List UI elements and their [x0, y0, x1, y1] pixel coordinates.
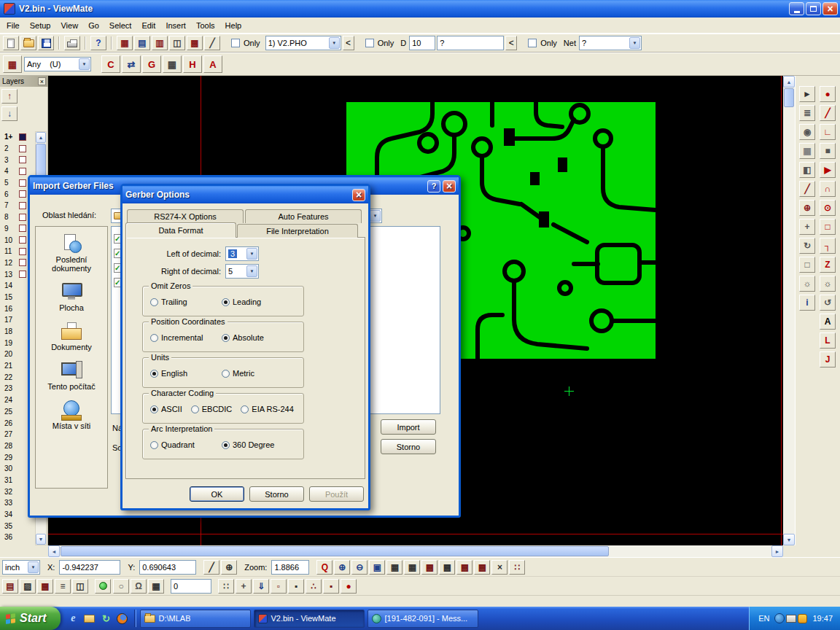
mirror-x-button[interactable]: × [491, 560, 508, 575]
radio-trailing[interactable]: Trailing [150, 298, 213, 306]
fill-mode-button[interactable]: ▦ [799, 143, 815, 159]
restore-button[interactable] [806, 2, 821, 15]
draw-line-button[interactable]: ╱ [820, 105, 836, 121]
layer-color-chip[interactable] [19, 214, 26, 221]
draw-zigzag-button[interactable]: Z [820, 257, 836, 273]
apply-button[interactable]: Použít [309, 486, 364, 502]
menu-go[interactable]: Go [83, 19, 104, 32]
layer-row-3[interactable]: 3 [1, 154, 35, 166]
lamp-button[interactable]: ○ [113, 579, 129, 594]
grid-table-alt-button[interactable]: ▦ [404, 560, 420, 575]
group-tool-button[interactable]: G [142, 55, 161, 73]
layer-color-chip[interactable] [19, 133, 26, 141]
snap-cross-button[interactable]: + [236, 579, 252, 594]
layer-pattern-button[interactable]: ▤ [2, 579, 18, 594]
tab-file-interpretation[interactable]: File Interpretation [237, 224, 358, 238]
zoom-select-button[interactable]: Q [316, 560, 332, 575]
draw-route-button[interactable]: ┐ [820, 238, 836, 254]
draw-circle-button[interactable]: ⊙ [820, 200, 836, 216]
tab-auto-features[interactable]: Auto Features [245, 209, 362, 223]
layer-color-chip[interactable] [19, 259, 26, 266]
layer-color-chip[interactable] [19, 271, 26, 278]
tab-rs274-x-options[interactable]: RS274-X Options [127, 209, 244, 223]
stripe-pattern-button[interactable]: ≡ [55, 579, 71, 594]
grid-table-button[interactable]: ▦ [386, 560, 402, 575]
drop-down-button[interactable]: ⇓ [253, 579, 269, 594]
print-button[interactable] [64, 36, 80, 50]
layer-color-chip[interactable] [19, 236, 26, 244]
zoom-window-button[interactable]: ▣ [369, 560, 385, 575]
place-tento-po-ta[interactable]: Tento počítač [38, 361, 105, 391]
draw-rect-button[interactable]: □ [820, 219, 836, 235]
radio-absolute[interactable]: Absolute [222, 333, 264, 342]
radio-eia-rs-244[interactable]: EIA RS-244 [241, 405, 293, 413]
origin-button[interactable]: ⊕ [799, 200, 815, 216]
grid-tool-button[interactable]: ▦ [163, 55, 182, 73]
close-icon[interactable] [352, 189, 365, 201]
hook-tool-button[interactable]: J [820, 351, 836, 368]
chevron-down-icon[interactable] [246, 265, 257, 277]
update-tray-icon[interactable] [798, 614, 807, 623]
radio-360-degree[interactable]: 360 Degree [222, 440, 275, 449]
count-field[interactable]: 0 [171, 579, 211, 594]
select-cursor-button[interactable]: ► [799, 86, 815, 102]
internet-explorer-icon[interactable] [67, 612, 79, 624]
tab-data-format[interactable]: Data Format [125, 222, 236, 238]
layer-stack-button[interactable]: ≣ [799, 105, 815, 121]
fill-view-button[interactable]: ▩ [187, 36, 203, 50]
label-tool-button[interactable]: L [820, 332, 836, 349]
close-button[interactable] [822, 2, 838, 15]
chevron-down-icon[interactable] [79, 58, 90, 70]
zoom-in-button[interactable]: ⊕ [334, 560, 350, 575]
clock[interactable]: 19:47 [812, 614, 833, 623]
dcode-query-field[interactable]: ? [437, 36, 504, 50]
right-decimal-select[interactable]: 5 [225, 264, 259, 279]
swap-tool-button[interactable]: ⇄ [122, 55, 141, 73]
pattern-h-button[interactable]: ▪ [323, 579, 339, 594]
rotate-button[interactable]: ↻ [799, 238, 815, 254]
chevron-down-icon[interactable] [370, 210, 381, 222]
center-target-button[interactable]: ⊕ [221, 560, 237, 575]
start-button[interactable]: Start [0, 607, 61, 630]
sync-shortcut-icon[interactable] [100, 612, 112, 624]
vertical-scrollbar[interactable] [783, 76, 795, 545]
unit-select[interactable]: inch [2, 560, 40, 575]
left-decimal-select[interactable]: 3 [225, 246, 259, 261]
scale-button[interactable]: ╱ [203, 560, 219, 575]
chevron-down-icon[interactable] [329, 37, 340, 49]
scroll-up-icon[interactable] [36, 132, 46, 143]
only-layer-checkbox[interactable] [231, 39, 240, 47]
place-plocha[interactable]: Plocha [38, 282, 105, 312]
measure-line-button[interactable]: ╱ [799, 181, 815, 197]
hatch-pattern-button[interactable]: ▨ [20, 579, 36, 594]
only-net-checkbox[interactable] [528, 39, 537, 47]
pattern-a-button[interactable]: ▩ [421, 560, 438, 575]
draw-pad-button[interactable]: ● [820, 86, 836, 102]
pattern-g-button[interactable]: ∴ [306, 579, 322, 594]
menu-tools[interactable]: Tools [191, 19, 220, 32]
rotate-ccw-button[interactable]: ↺ [820, 295, 836, 311]
pad-highlight-button[interactable]: ◉ [799, 124, 815, 140]
x-coordinate-field[interactable]: -0.942237 [59, 560, 120, 575]
gerber-dialog-titlebar[interactable]: Gerber Options [122, 186, 368, 203]
menu-insert[interactable]: Insert [160, 19, 191, 32]
layers-close-button[interactable] [38, 77, 46, 85]
task-v2-bin-viewmate[interactable]: V2.bin - ViewMate [254, 610, 365, 628]
language-indicator[interactable]: EN [758, 614, 769, 623]
chevron-down-icon[interactable] [246, 248, 257, 260]
mirror-mode-button[interactable]: ◧ [799, 162, 815, 178]
dot-matrix-button[interactable]: ∷ [509, 560, 525, 575]
radio-incremental[interactable]: Incremental [150, 333, 213, 342]
zoom-value-field[interactable]: 1.8866 [271, 560, 309, 575]
scroll-right-icon[interactable] [771, 545, 783, 557]
menu-file[interactable]: File [1, 19, 25, 32]
tool-settings-button[interactable]: ☼ [820, 276, 836, 292]
radio-ebcdic[interactable]: EBCDIC [191, 405, 233, 413]
layer-color-chip[interactable] [19, 225, 26, 232]
scroll-up-icon[interactable] [783, 76, 795, 88]
selection-grid-button[interactable]: ▦ [3, 55, 22, 73]
horizontal-scrollbar[interactable] [48, 545, 783, 557]
settings-button[interactable]: ☼ [799, 276, 815, 292]
help-button[interactable]: ? [427, 180, 440, 192]
probe-button[interactable]: Ω [131, 579, 147, 594]
